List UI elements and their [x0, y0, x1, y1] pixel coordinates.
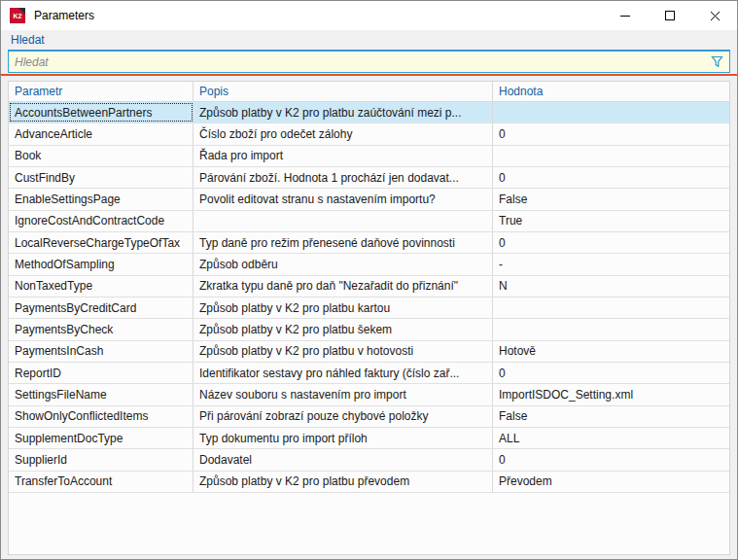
search-input[interactable]	[9, 52, 704, 72]
window-title: Parameters	[34, 9, 94, 22]
cell-parametr[interactable]: PaymentsInCash	[9, 341, 193, 362]
cell-hodnota[interactable]: Převodem	[493, 472, 729, 492]
cell-parametr[interactable]: CustFindBy	[9, 167, 193, 188]
accent-divider	[1, 74, 737, 76]
table-row[interactable]: IgnoreCostAndContractCode True	[9, 211, 729, 232]
column-header-popis[interactable]: Popis	[193, 82, 493, 101]
cell-hodnota[interactable]: False	[493, 189, 729, 209]
search-group-label[interactable]: Hledat	[8, 33, 730, 51]
caption-buttons	[603, 1, 737, 30]
cell-parametr[interactable]: SupplierId	[9, 449, 193, 470]
table-row[interactable]: ReportID Identifikator sestavy pro náhle…	[9, 363, 729, 384]
cell-popis[interactable]: Číslo zboží pro odečet zálohy	[193, 123, 493, 144]
cell-hodnota[interactable]	[493, 298, 729, 318]
table-row[interactable]: SupplementDocType Typ dokumentu pro impo…	[9, 428, 729, 449]
cell-popis[interactable]	[193, 211, 493, 231]
cell-popis[interactable]: Způsob platby v K2 pro platbu převodem	[193, 472, 493, 492]
cell-hodnota[interactable]: ImportISDOC_Setting.xml	[493, 384, 729, 404]
cell-popis[interactable]: Způsob platby v K2 pro platbu v hotovost…	[193, 341, 493, 362]
cell-parametr[interactable]: ReportID	[9, 363, 193, 383]
minimize-icon	[620, 16, 630, 17]
cell-parametr[interactable]: SupplementDocType	[9, 428, 193, 448]
cell-parametr[interactable]: NonTaxedType	[9, 276, 193, 297]
table-row[interactable]: PaymentsInCash Způsob platby v K2 pro pl…	[9, 341, 729, 363]
cell-hodnota[interactable]	[493, 319, 729, 339]
table-row[interactable]: CustFindBy Párování zboží. Hodnota 1 pro…	[9, 167, 729, 189]
cell-parametr[interactable]: LocalReverseChargeTypeOfTax	[9, 232, 193, 253]
cell-hodnota[interactable]: 0	[493, 167, 729, 188]
search-box	[8, 51, 730, 73]
cell-popis[interactable]: Název souboru s nastavením pro import	[193, 384, 493, 404]
minimize-button[interactable]	[603, 1, 648, 30]
cell-parametr[interactable]: AdvanceArticle	[9, 123, 193, 144]
cell-popis[interactable]: Povolit editovat stranu s nastavením imp…	[193, 189, 493, 209]
cell-popis[interactable]: Typ daně pro režim přenesené daňové povi…	[193, 232, 493, 253]
table-row[interactable]: MethodOfSampling Způsob odběru -	[9, 254, 729, 275]
cell-popis[interactable]: Způsob odběru	[193, 254, 493, 274]
cell-popis[interactable]: Způsob platby v K2 pro platbu zaúčtování…	[193, 102, 493, 122]
parameters-window: K2 Parameters Hledat	[0, 0, 738, 560]
table-row[interactable]: PaymentsByCheck Způsob platby v K2 pro p…	[9, 319, 729, 340]
cell-popis[interactable]: Při párování zobrazí pouze chybové polož…	[193, 406, 493, 427]
parameters-table: Parametr Popis Hodnota AccountsBetweenPa…	[8, 81, 730, 555]
filter-button[interactable]	[704, 52, 729, 72]
cell-hodnota[interactable]: N	[493, 276, 729, 297]
cell-popis[interactable]: Zkratka typu daně pro daň "Nezařadit do …	[193, 276, 493, 297]
table-row[interactable]: LocalReverseChargeTypeOfTax Typ daně pro…	[9, 232, 729, 254]
cell-parametr[interactable]: AccountsBetweenPartners	[9, 102, 193, 122]
cell-hodnota[interactable]: True	[493, 211, 729, 231]
cell-parametr[interactable]: EnableSettingsPage	[9, 189, 193, 209]
app-icon[interactable]: K2	[10, 8, 25, 23]
cell-hodnota[interactable]: 0	[493, 449, 729, 470]
cell-parametr[interactable]: ShowOnlyConflictedItems	[9, 406, 193, 427]
cell-popis[interactable]: Typ dokumentu pro import příloh	[193, 428, 493, 448]
maximize-button[interactable]	[648, 1, 692, 30]
cell-hodnota[interactable]: 0	[493, 123, 729, 144]
table-body: AccountsBetweenPartners Způsob platby v …	[9, 102, 729, 493]
cell-parametr[interactable]: Book	[9, 146, 193, 166]
close-icon	[710, 11, 720, 21]
cell-popis[interactable]: Párování zboží. Hodnota 1 prochází jen d…	[193, 167, 493, 188]
cell-hodnota[interactable]: -	[493, 254, 729, 274]
cell-parametr[interactable]: MethodOfSampling	[9, 254, 193, 274]
table-row[interactable]: AccountsBetweenPartners Způsob platby v …	[9, 102, 729, 123]
table-row[interactable]: AdvanceArticle Číslo zboží pro odečet zá…	[9, 123, 729, 145]
cell-parametr[interactable]: SettingsFileName	[9, 384, 193, 404]
table-row[interactable]: EnableSettingsPage Povolit editovat stra…	[9, 189, 729, 210]
cell-popis[interactable]: Dodavatel	[193, 449, 493, 470]
maximize-icon	[665, 11, 675, 20]
title-bar[interactable]: K2 Parameters	[1, 1, 737, 30]
cell-hodnota[interactable]: Hotově	[493, 341, 729, 362]
cell-hodnota[interactable]	[493, 146, 729, 166]
cell-hodnota[interactable]: 0	[493, 232, 729, 253]
cell-parametr[interactable]: IgnoreCostAndContractCode	[9, 211, 193, 231]
cell-parametr[interactable]: PaymentsByCreditCard	[9, 298, 193, 318]
column-header-hodnota[interactable]: Hodnota	[493, 82, 729, 101]
table-row[interactable]: PaymentsByCreditCard Způsob platby v K2 …	[9, 298, 729, 319]
cell-hodnota[interactable]: 0	[493, 363, 729, 383]
cell-popis[interactable]: Identifikator sestavy pro náhled faktury…	[193, 363, 493, 383]
cell-hodnota[interactable]: ALL	[493, 428, 729, 448]
column-header-parametr[interactable]: Parametr	[9, 82, 193, 101]
table-row[interactable]: SettingsFileName Název souboru s nastave…	[9, 384, 729, 405]
cell-popis[interactable]: Způsob platby v K2 pro platbu kartou	[193, 298, 493, 318]
table-row[interactable]: SupplierId Dodavatel 0	[9, 449, 729, 471]
cell-parametr[interactable]: PaymentsByCheck	[9, 319, 193, 339]
table-row[interactable]: NonTaxedType Zkratka typu daně pro daň "…	[9, 276, 729, 298]
table-row[interactable]: TransferToAccount Způsob platby v K2 pro…	[9, 472, 729, 493]
cell-parametr[interactable]: TransferToAccount	[9, 472, 193, 492]
table-header-row: Parametr Popis Hodnota	[9, 82, 729, 102]
table-row[interactable]: ShowOnlyConflictedItems Při párování zob…	[9, 406, 729, 428]
cell-hodnota[interactable]: False	[493, 406, 729, 427]
filter-funnel-icon	[711, 55, 723, 68]
cell-popis[interactable]: Způsob platby v K2 pro platbu šekem	[193, 319, 493, 339]
cell-hodnota[interactable]	[493, 102, 729, 122]
k2-logo-corner	[18, 8, 25, 15]
cell-popis[interactable]: Řada pro import	[193, 146, 493, 166]
table-row[interactable]: Book Řada pro import	[9, 146, 729, 167]
close-button[interactable]	[692, 1, 737, 30]
